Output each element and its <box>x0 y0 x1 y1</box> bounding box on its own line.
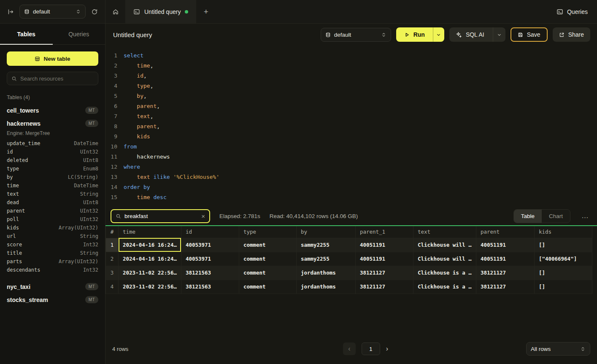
new-tab-button[interactable]: + <box>196 0 216 23</box>
results-search: × <box>111 209 210 223</box>
row-number[interactable]: 1 <box>106 238 119 252</box>
table-item-cell_towers[interactable]: cell_towersMT <box>0 104 105 117</box>
column-header-by[interactable]: by <box>296 226 355 238</box>
column-header-parent[interactable]: parent <box>476 226 534 238</box>
run-button-group: Run <box>396 27 444 42</box>
cell[interactable]: sammy2255 <box>296 238 355 252</box>
cell[interactable]: jordanthoms <box>296 266 355 280</box>
cell[interactable]: 38121127 <box>355 266 413 280</box>
save-button[interactable]: Save <box>511 27 548 42</box>
cell[interactable]: 38121127 <box>355 280 413 294</box>
column-header-index[interactable]: # <box>106 226 119 238</box>
row-number[interactable]: 2 <box>106 252 119 266</box>
cell[interactable]: Clickhouse is a … <box>413 280 476 294</box>
cell[interactable]: 38121127 <box>476 280 534 294</box>
column-header-parent_1[interactable]: parent_1 <box>355 226 413 238</box>
run-options-button[interactable] <box>433 27 444 42</box>
sql-ai-button[interactable]: SQL AI <box>449 27 505 42</box>
view-tab-chart[interactable]: Chart <box>542 210 570 223</box>
table-item-stocks_stream[interactable]: stocks_streamMT <box>0 293 105 306</box>
cell[interactable]: 40053971 <box>181 252 239 266</box>
field-name: descendants <box>7 267 40 273</box>
new-table-button[interactable]: New table <box>7 51 98 66</box>
code-line: 14order by <box>105 182 597 192</box>
queries-button[interactable]: Queries <box>556 8 588 15</box>
sql-ai-options-button[interactable] <box>493 27 505 42</box>
column-header-text[interactable]: text <box>413 226 476 238</box>
view-tab-table[interactable]: Table <box>514 210 542 223</box>
column-header-time[interactable]: time <box>119 226 181 238</box>
results-footer: 4 rows ‹ 1 › All rows <box>105 335 597 362</box>
cell[interactable]: 38121563 <box>181 266 239 280</box>
sidebar-tab-queries[interactable]: Queries <box>53 24 105 44</box>
field-name: time <box>7 183 19 189</box>
tab-home[interactable] <box>105 0 126 23</box>
cell[interactable]: comment <box>239 266 296 280</box>
cell[interactable]: [] <box>534 266 592 280</box>
previous-page-button[interactable]: ‹ <box>343 342 356 355</box>
cell[interactable]: 2024-04-16 16:24… <box>119 252 181 266</box>
topbar-database-selector[interactable]: default <box>19 5 86 19</box>
run-button[interactable]: Run <box>396 27 433 42</box>
line-number: 9 <box>105 132 117 142</box>
cell[interactable]: Clickhouse will … <box>413 252 476 266</box>
cell[interactable]: comment <box>239 252 296 266</box>
cell[interactable]: 40053971 <box>181 238 239 252</box>
table-row: 42023-11-02 22:56…38121563commentjordant… <box>106 280 592 294</box>
row-number[interactable]: 3 <box>106 266 119 280</box>
field-row: kidsArray(UInt32) <box>0 224 105 232</box>
sidebar-tab-tables[interactable]: Tables <box>0 24 53 44</box>
rows-per-page-selector[interactable]: All rows <box>526 342 590 356</box>
cell[interactable]: Clickhouse is a … <box>413 266 476 280</box>
code-line: 7 text, <box>105 111 597 121</box>
line-number: 11 <box>105 152 117 162</box>
query-tab-icon <box>133 8 140 15</box>
field-name: type <box>7 166 19 172</box>
cell[interactable]: 40051191 <box>476 252 534 266</box>
column-header-id[interactable]: id <box>181 226 239 238</box>
sql-editor[interactable]: 1select2 time,3 id,4 type,5 by,6 parent,… <box>105 46 597 207</box>
query-database-selector[interactable]: default <box>321 28 391 42</box>
cell[interactable]: ["40066964"] <box>534 252 592 266</box>
results-search-input[interactable] <box>124 213 198 219</box>
cell[interactable]: comment <box>239 238 296 252</box>
cell[interactable]: 2024-04-16 16:24… <box>119 238 181 252</box>
field-name: parent <box>7 208 25 214</box>
app-root: default Untitled query + Queries Ta <box>0 0 597 364</box>
cell[interactable]: jordanthoms <box>296 280 355 294</box>
tab-untitled-query[interactable]: Untitled query <box>126 0 196 23</box>
field-row: titleString <box>0 249 105 257</box>
cell[interactable]: 40051191 <box>476 238 534 252</box>
cell[interactable]: 38121127 <box>476 266 534 280</box>
table-row: 12024-04-16 16:24…40053971commentsammy22… <box>106 238 592 252</box>
field-name: deleted <box>7 157 28 163</box>
next-page-button[interactable]: › <box>386 345 388 353</box>
column-header-type[interactable]: type <box>239 226 296 238</box>
sidebar-search-input[interactable] <box>20 75 94 82</box>
share-button[interactable]: Share <box>553 27 590 42</box>
cell[interactable]: [] <box>534 238 592 252</box>
clear-search-button[interactable]: × <box>201 213 205 219</box>
field-name: update_time <box>7 140 40 146</box>
cell[interactable]: comment <box>239 280 296 294</box>
table-item-nyc_taxi[interactable]: nyc_taxiMT <box>0 280 105 293</box>
tables-section-label: Tables (4) <box>0 90 105 104</box>
refresh-button[interactable] <box>90 7 99 16</box>
expand-sidebar-button[interactable] <box>6 7 15 16</box>
field-type: DateTime <box>74 140 98 146</box>
table-name: nyc_taxi <box>7 283 30 290</box>
cell[interactable]: 40051191 <box>355 238 413 252</box>
cell[interactable]: 2023-11-02 22:56… <box>119 266 181 280</box>
sparkles-icon <box>455 31 462 38</box>
cell[interactable]: sammy2255 <box>296 252 355 266</box>
cell[interactable]: 2023-11-02 22:56… <box>119 280 181 294</box>
column-header-kids[interactable]: kids <box>534 226 592 238</box>
cell[interactable]: 38121563 <box>181 280 239 294</box>
cell[interactable]: Clickhouse will … <box>413 238 476 252</box>
cell[interactable]: [] <box>534 280 592 294</box>
table-item-hackernews[interactable]: hackernewsMT <box>0 117 105 130</box>
cell[interactable]: 40051191 <box>355 252 413 266</box>
field-type: UInt32 <box>80 208 98 214</box>
line-number: 2 <box>105 61 117 71</box>
row-number[interactable]: 4 <box>106 280 119 294</box>
